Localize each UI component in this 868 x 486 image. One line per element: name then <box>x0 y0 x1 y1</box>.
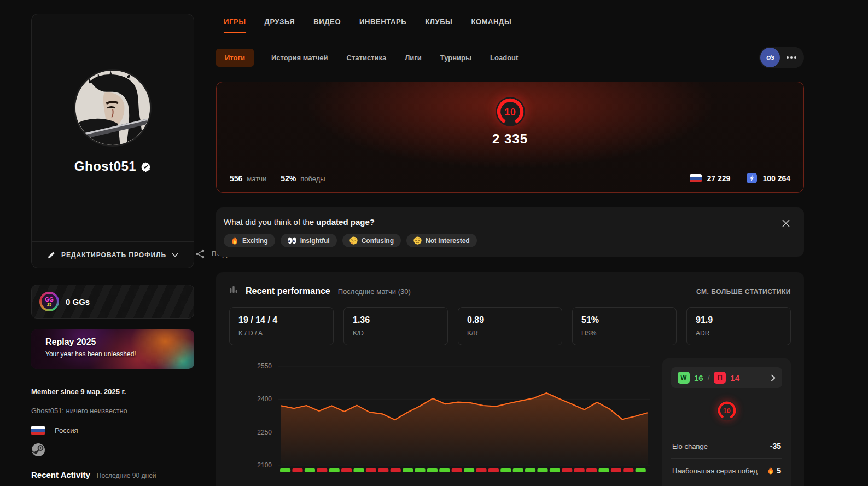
elo-history-chart: 2550 2400 2250 2100 <box>229 358 651 486</box>
match-result-dash <box>427 468 438 472</box>
tab-games[interactable]: ИГРЫ <box>224 18 246 33</box>
skill-level-value: 10 <box>723 407 730 415</box>
winrate-label: победы <box>300 175 325 183</box>
match-result-dash <box>403 468 413 472</box>
gg-coin-icon: GG 25 <box>39 292 59 311</box>
ytick-2250: 2250 <box>257 429 272 436</box>
subtab-tournaments[interactable]: Турниры <box>439 49 473 67</box>
stat-card-kr: 0.89 K/R <box>458 307 562 345</box>
subtab-statistics[interactable]: Статистика <box>346 49 388 67</box>
eyes-emoji <box>288 237 296 244</box>
feedback-question-prefix: What did you think of the <box>224 217 316 227</box>
tab-videos[interactable]: ВИДЕО <box>313 18 341 33</box>
stat-label: ADR <box>696 329 782 337</box>
profile-username: Ghost051 <box>74 159 136 174</box>
avatar-image <box>75 71 150 145</box>
russia-flag-icon <box>31 426 45 435</box>
match-result-dash <box>513 468 523 472</box>
wins-count: 16 <box>694 373 703 383</box>
match-result-dash <box>378 468 388 472</box>
global-rank-icon <box>747 173 757 183</box>
feedback-option-exciting[interactable]: Exciting <box>224 234 275 247</box>
steam-icon <box>31 443 45 457</box>
recent-performance-card: Recent performance Последние матчи (30) … <box>216 272 804 486</box>
verified-badge-icon <box>141 161 151 172</box>
profile-card: Ghost051 РЕДАКТИРОВАТЬ ПРОФИЛЬ <box>31 14 194 268</box>
tab-friends[interactable]: ДРУЗЬЯ <box>265 18 295 33</box>
stat-card-hs: 51% HS% <box>572 307 677 345</box>
edit-profile-button[interactable]: РЕДАКТИРОВАТЬ ПРОФИЛЬ <box>32 241 194 268</box>
subtab-leagues[interactable]: Лиги <box>404 49 423 67</box>
feedback-option-label: Confusing <box>362 237 394 245</box>
elo-area-fill <box>281 393 648 465</box>
replay-2025-banner[interactable]: Replay 2025 Your year has been unleashed… <box>31 329 194 369</box>
win-streak-row: Наибольшая серия побед 5 <box>671 458 782 483</box>
region-rank-value: 27 229 <box>707 174 731 183</box>
subtab-summary[interactable]: Итоги <box>216 49 254 67</box>
subtab-loadout[interactable]: Loadout <box>489 49 519 67</box>
match-result-dash <box>537 468 547 472</box>
stat-card-kd: 1.36 K/D <box>343 307 448 345</box>
elo-change-row: Elo change -35 <box>671 434 782 458</box>
elo-summary-card: 10 2 335 556 матчи 52% победы 27 229 100… <box>216 82 804 193</box>
feedback-option-confusing[interactable]: Confusing <box>342 234 401 247</box>
match-result-dash <box>341 468 352 472</box>
match-result-dash <box>476 468 486 472</box>
stat-value: 1.36 <box>353 315 439 325</box>
game-switcher[interactable]: c/s <box>759 47 804 68</box>
cs2-logo-text: c/s <box>766 54 774 61</box>
ytick-2100: 2100 <box>257 461 272 469</box>
match-result-dash <box>586 468 597 472</box>
match-result-dash <box>317 468 327 472</box>
stat-card-adr: 91.9 ADR <box>686 307 791 345</box>
gg-counter-card[interactable]: GG 25 0 GGs <box>31 285 194 319</box>
see-more-stats-link[interactable]: СМ. БОЛЬШЕ СТАТИСТИКИ <box>696 288 791 296</box>
stat-value: 19 / 14 / 4 <box>238 315 324 325</box>
match-result-dash <box>464 468 474 472</box>
elo-change-value: -35 <box>770 442 781 450</box>
pencil-icon <box>47 251 56 259</box>
matches-stat: 556 матчи <box>230 174 266 183</box>
skill-level-10-icon: 10 <box>716 400 737 421</box>
game-sub-tabs: Итоги История матчей Статистика Лиги Тур… <box>216 47 804 68</box>
tab-clubs[interactable]: КЛУБЫ <box>425 18 452 33</box>
wins-badge: W <box>678 372 690 384</box>
fire-emoji <box>231 236 238 245</box>
matches-value: 556 <box>230 174 242 183</box>
feedback-option-not-interested[interactable]: Not interested <box>406 234 477 247</box>
match-result-dash <box>329 468 340 472</box>
matches-label: матчи <box>247 175 266 183</box>
win-loss-pill[interactable]: W 16 / П 14 <box>671 367 782 388</box>
win-loss-separator: / <box>708 374 710 382</box>
skill-level-10-icon: 10 <box>495 96 526 127</box>
more-options-icon[interactable] <box>780 56 803 59</box>
match-result-dash <box>623 468 633 472</box>
winrate-value: 52% <box>281 174 296 183</box>
losses-count: 14 <box>730 373 739 383</box>
steam-link[interactable] <box>31 443 194 459</box>
elo-value: 2 335 <box>492 131 528 147</box>
feedback-question: What did you think of the updated page? <box>224 217 795 227</box>
tab-inventory[interactable]: ИНВЕНТАРЬ <box>359 18 406 33</box>
stat-value: 51% <box>581 315 667 325</box>
avatar[interactable] <box>74 69 152 147</box>
session-summary-panel: W 16 / П 14 10 Elo change <box>662 358 791 486</box>
stat-label: HS% <box>581 329 667 337</box>
losses-badge: П <box>714 372 726 384</box>
feedback-option-insightful[interactable]: Insightful <box>281 234 337 247</box>
replay-subtitle: Your year has been unleashed! <box>45 350 194 358</box>
feedback-option-label: Not interested <box>426 237 470 245</box>
tab-teams[interactable]: КОМАНДЫ <box>471 18 511 33</box>
elo-change-label: Elo change <box>672 442 708 450</box>
subtab-match-history[interactable]: История матчей <box>270 49 329 67</box>
match-result-dash <box>500 468 511 472</box>
profile-status-text: Ghost051: ничего неизвестно <box>31 407 194 415</box>
country-label: Россия <box>55 426 78 435</box>
match-result-dash <box>525 468 535 472</box>
main-content: ИГРЫ ДРУЗЬЯ ВИДЕО ИНВЕНТАРЬ КЛУБЫ КОМАНД… <box>216 0 849 486</box>
profile-sidebar: Ghost051 РЕДАКТИРОВАТЬ ПРОФИЛЬ GG 25 0 G… <box>31 14 194 479</box>
profile-tabs: ИГРЫ ДРУЗЬЯ ВИДЕО ИНВЕНТАРЬ КЛУБЫ КОМАНД… <box>216 0 849 33</box>
close-feedback-button[interactable] <box>780 217 792 229</box>
match-result-dash <box>439 468 450 472</box>
match-result-dash <box>366 468 376 472</box>
